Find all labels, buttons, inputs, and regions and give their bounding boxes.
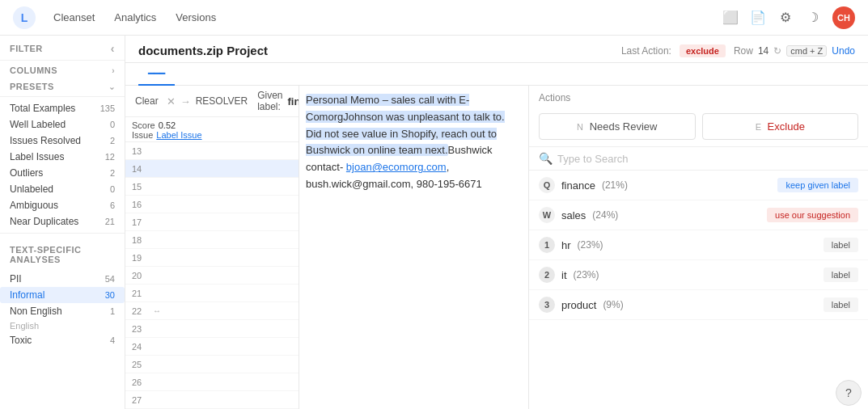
score-info: Score 0.52 Issue Label Issue (125, 117, 299, 142)
table-row[interactable]: 23 (125, 320, 299, 338)
needs-review-button[interactable]: N Needs Review (539, 113, 696, 140)
sidebar-issues-resolved[interactable]: Issues Resolved 2 (0, 133, 125, 149)
help-circle-button[interactable]: ? (836, 380, 862, 406)
tab-main[interactable]: ━━━ (138, 63, 175, 86)
resolver-label: RESOLVER (196, 95, 248, 107)
nav-cleanset[interactable]: Cleanset (52, 8, 96, 27)
project-title: documents.zip Project (138, 44, 268, 57)
label-item-it[interactable]: 2 it (23%) label (529, 260, 868, 290)
text-preview-content: Personal Memo – sales call with E-Comorg… (306, 92, 522, 193)
label-rank-w: W (539, 207, 555, 223)
clear-button[interactable]: Clear (132, 94, 162, 108)
table-row[interactable]: 14 (125, 160, 299, 178)
label-pct-sales: (24%) (592, 209, 618, 221)
exclude-button[interactable]: E Exclude (702, 113, 859, 140)
label-list: Q finance (21%) keep given label W sales… (529, 171, 868, 377)
sidebar-non-english[interactable]: Non English 1 (0, 303, 125, 319)
table-row[interactable]: 20 (125, 267, 299, 285)
monitor-icon[interactable]: ⬜ (722, 10, 739, 26)
close-icon[interactable]: ✕ (167, 95, 176, 108)
table-row[interactable]: 15 (125, 178, 299, 196)
needs-review-prefix: N (577, 122, 583, 132)
actions-label: Actions (529, 86, 868, 107)
use-suggestion-button[interactable]: use our suggestion (767, 208, 858, 222)
nav-analytics[interactable]: Analytics (112, 8, 158, 27)
filter-header: FILTER ‹ (0, 36, 125, 61)
sidebar-informal[interactable]: Informal 30 (0, 287, 125, 303)
content-area: documents.zip Project Last Action: exclu… (125, 36, 868, 409)
top-nav: L Cleanset Analytics Versions ⬜ 📄 ⚙ ☽ CH (0, 0, 868, 36)
collapse-icon[interactable]: ‹ (111, 42, 115, 55)
label-name-product: product (561, 299, 596, 311)
project-header: documents.zip Project Last Action: exclu… (125, 36, 868, 63)
sidebar-near-duplicates[interactable]: Near Duplicates 21 (0, 213, 125, 230)
undo-button[interactable]: Undo (832, 45, 855, 57)
table-row[interactable]: 19 (125, 249, 299, 267)
tab-bar: ━━━ (125, 63, 868, 86)
table-row[interactable]: 24 (125, 338, 299, 356)
label-rank-3: 3 (539, 297, 555, 313)
bottom-right: ? (529, 377, 868, 409)
settings-icon[interactable]: ⚙ (777, 10, 794, 26)
search-icon: 🔍 (539, 152, 553, 165)
given-label-value: finance (288, 95, 299, 108)
columns-chevron: › (112, 66, 115, 75)
text-preview-panel: Personal Memo – sales call with E-Comorg… (299, 86, 528, 409)
row-list: 13 14 15 16 17 18 19 20 21 22 ↔ 23 24 25 (125, 142, 299, 409)
columns-header[interactable]: Columns › (0, 61, 125, 77)
table-row[interactable]: 26 (125, 373, 299, 391)
presets-header[interactable]: Presets ⌄ (0, 77, 125, 93)
sidebar: FILTER ‹ Columns › Presets ⌄ Total Examp… (0, 36, 125, 409)
sidebar-pii[interactable]: PII 54 (0, 271, 125, 287)
label-name-it: it (561, 269, 567, 281)
action-buttons: N Needs Review E Exclude (529, 107, 868, 147)
label-pct-it: (23%) (574, 269, 599, 280)
sidebar-well-labeled[interactable]: Well Labeled 0 (0, 116, 125, 133)
label-item-finance[interactable]: Q finance (21%) keep given label (529, 171, 868, 200)
email-2: bush.wick@gmail.com (306, 178, 411, 190)
label-rank-2: 2 (539, 267, 555, 283)
app-logo: L (13, 6, 36, 29)
table-row[interactable]: 17 (125, 213, 299, 231)
table-row[interactable]: 25 (125, 356, 299, 373)
sidebar-unlabeled[interactable]: Unlabeled 0 (0, 181, 125, 197)
table-row[interactable]: 21 (125, 285, 299, 302)
sidebar-ambiguous[interactable]: Ambiguous 6 (0, 197, 125, 213)
row-nav: Row 14 ↻ cmd + Z Undo (734, 45, 855, 57)
nav-versions[interactable]: Versions (174, 8, 218, 27)
label-name-sales: sales (561, 209, 586, 221)
last-action-label: Last Action: (621, 45, 671, 57)
arrow-icon: → (180, 95, 191, 108)
dark-mode-icon[interactable]: ☽ (805, 10, 821, 26)
file-icon[interactable]: 📄 (750, 10, 766, 26)
email-link-1[interactable]: bjoan@ecomorg.com (346, 161, 447, 173)
sidebar-total-examples[interactable]: Total Examples 135 (0, 100, 125, 116)
sidebar-label-issues[interactable]: Label Issues 12 (0, 149, 125, 165)
english-sub-label: English (0, 319, 125, 332)
label-pct-finance: (21%) (602, 179, 628, 191)
search-input[interactable] (557, 153, 858, 165)
sidebar-outliers[interactable]: Outliers 2 (0, 165, 125, 181)
label-button-it[interactable]: label (824, 268, 858, 282)
sidebar-toxic[interactable]: Toxic 4 (0, 332, 125, 348)
label-rank-1: 1 (539, 237, 555, 253)
table-row[interactable]: 22 ↔ (125, 302, 299, 320)
user-avatar[interactable]: CH (832, 6, 855, 29)
table-area: Clear ✕ → RESOLVER Given label: finance … (125, 86, 868, 409)
table-row[interactable]: 27 (125, 391, 299, 409)
table-row[interactable]: 13 (125, 142, 299, 160)
table-row[interactable]: 16 (125, 196, 299, 213)
label-item-sales[interactable]: W sales (24%) use our suggestion (529, 200, 868, 230)
label-button-product[interactable]: label (824, 297, 858, 312)
label-item-product[interactable]: 3 product (9%) label (529, 290, 868, 320)
presets-chevron: ⌄ (108, 82, 116, 91)
label-button-hr[interactable]: label (824, 238, 858, 252)
table-row[interactable]: 18 (125, 231, 299, 249)
right-panel: Actions N Needs Review E Exclude 🔍 (528, 86, 868, 409)
label-item-hr[interactable]: 1 hr (23%) label (529, 230, 868, 260)
label-issue-link[interactable]: Label Issue (156, 130, 201, 140)
table-panel: Clear ✕ → RESOLVER Given label: finance … (125, 86, 299, 409)
label-name-hr: hr (561, 239, 571, 251)
given-label-prefix: Given label: (257, 90, 282, 112)
keep-given-button[interactable]: keep given label (777, 178, 858, 192)
